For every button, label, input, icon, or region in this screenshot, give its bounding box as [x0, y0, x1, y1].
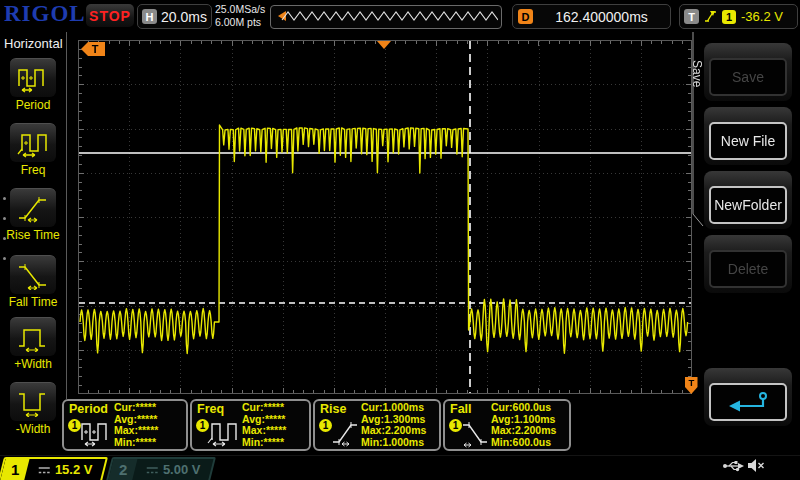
timebase-value: 20.0ms — [157, 9, 211, 25]
softkey-menu: Save Save New File NewFolder Delete — [690, 32, 800, 455]
t-badge: T — [684, 9, 699, 24]
new-file-button[interactable]: New File — [709, 122, 787, 160]
menu-slot — [704, 368, 792, 426]
return-button[interactable] — [709, 383, 787, 421]
rise-time-icon — [16, 193, 50, 223]
scope-display — [78, 40, 692, 394]
trigger-slope-icon — [703, 8, 718, 25]
dc-coupling-icon — [38, 465, 51, 475]
measure-sidebar: Horizontal Period Freq — [0, 32, 66, 455]
menu-tab-title: Save — [690, 60, 704, 100]
preview-zigzag-icon — [280, 6, 498, 28]
run-stop-status[interactable]: STOP — [86, 4, 134, 27]
page-indicator-dot — [3, 217, 6, 220]
measurement-panel-period[interactable]: Period 1 Cur:***** Avg:***** Max:***** M… — [62, 399, 188, 451]
measurement-panel-rise[interactable]: Rise 1 Cur:1.000ms Avg:1.300ms Max:2.200… — [313, 399, 441, 451]
period-icon — [78, 416, 112, 448]
save-button[interactable]: Save — [709, 58, 787, 96]
menu-slot: NewFolder — [704, 171, 792, 229]
sidebar-item-fall-time[interactable]: Fall Time — [0, 255, 66, 309]
memory-depth: 6.00M pts — [215, 16, 265, 29]
channel-1-scale: 15.2 V — [55, 462, 93, 477]
page-indicator-dot — [3, 237, 6, 240]
page-indicator-dot — [3, 257, 6, 260]
sidebar-item-period[interactable]: Period — [0, 58, 66, 112]
measurement-panel-freq[interactable]: Freq 1 Cur:***** Avg:***** Max:***** Min… — [190, 399, 311, 451]
trigger-block[interactable]: T 1 -36.2 V — [679, 4, 798, 29]
menu-slot: Delete — [704, 235, 792, 293]
oscilloscope-screen: RIGOL STOP H 20.0ms 25.0MSa/s 6.00M pts … — [0, 0, 800, 480]
trigger-level-value: -36.2 V — [741, 9, 783, 24]
measure-category-title[interactable]: Horizontal — [0, 36, 70, 51]
new-folder-button[interactable]: NewFolder — [709, 186, 787, 224]
waveform-preview-bar[interactable] — [270, 5, 502, 29]
rise-icon — [329, 416, 363, 448]
d-badge: D — [518, 9, 533, 24]
page-indicator-dot — [3, 197, 6, 200]
channel-2-tab[interactable]: 2 5.00 V — [106, 457, 216, 480]
speaker-muted-icon — [747, 458, 765, 473]
measurement-panel-fall[interactable]: Fall 1 Cur:600.0us Avg:1.100ms Max:2.200… — [443, 399, 571, 451]
delete-button[interactable]: Delete — [709, 250, 787, 288]
horizontal-offset-block[interactable]: D 162.400000ms — [512, 4, 671, 29]
sidebar-item-neg-width[interactable]: -Width — [0, 382, 66, 436]
sidebar-item-freq[interactable]: Freq — [0, 123, 66, 177]
menu-slot: Save — [704, 43, 792, 101]
freq-icon — [206, 416, 240, 448]
sidebar-divider — [66, 32, 67, 399]
menu-slot: New File — [704, 107, 792, 165]
fall-time-icon — [16, 260, 50, 290]
fall-icon — [459, 416, 493, 448]
sample-rate: 25.0MSa/s — [215, 3, 265, 16]
trigger-source-badge: 1 — [722, 10, 736, 24]
sidebar-item-rise-time[interactable]: Rise Time — [0, 188, 66, 242]
horizontal-offset-value: 162.400000ms — [533, 9, 670, 25]
horizontal-timebase-block[interactable]: H 20.0ms — [137, 4, 212, 29]
channel-2-scale: 5.00 V — [163, 462, 201, 477]
return-arrow-icon — [725, 389, 771, 415]
channel-status-bar: 1 15.2 V 2 5.00 V — [0, 455, 800, 480]
brand-logo: RIGOL — [4, 1, 86, 27]
minus-width-icon — [16, 387, 50, 417]
acquisition-info: 25.0MSa/s 6.00M pts — [215, 3, 265, 29]
h-badge: H — [142, 9, 157, 24]
freq-icon — [16, 128, 50, 158]
dc-coupling-icon — [146, 465, 159, 475]
period-icon — [16, 63, 50, 93]
channel-1-tab[interactable]: 1 15.2 V — [0, 457, 108, 480]
sidebar-item-pos-width[interactable]: +Width — [0, 317, 66, 371]
plus-width-icon — [16, 322, 50, 352]
usb-icon — [722, 459, 745, 473]
